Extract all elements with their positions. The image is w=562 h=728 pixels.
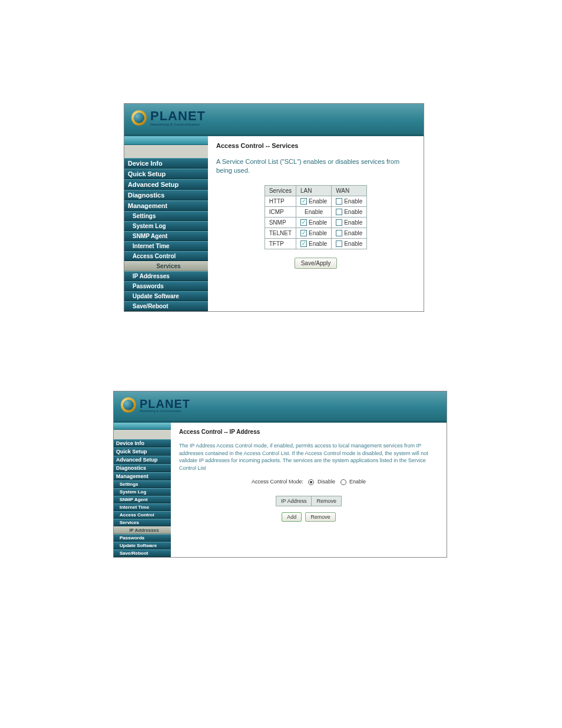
wan-checkbox[interactable] xyxy=(336,230,342,236)
wan-label: Enable xyxy=(344,241,362,247)
svc-name: ICMP xyxy=(265,206,296,217)
sidebar-item-passwords[interactable]: Passwords xyxy=(124,281,208,291)
enable-radio[interactable] xyxy=(340,479,346,485)
sidebar-item-device-info[interactable]: Device Info xyxy=(124,158,208,169)
sidebar-top-strip xyxy=(114,423,171,430)
header: PLANET Networking & Communication xyxy=(114,391,447,423)
lan-checkbox[interactable] xyxy=(300,241,307,247)
lan-label: Enable xyxy=(309,219,327,226)
sidebar-item-save-reboot[interactable]: Save/Reboot xyxy=(114,549,171,557)
sidebar-top-strip xyxy=(124,136,208,145)
sidebar-item-system-log[interactable]: System Log xyxy=(124,221,208,231)
sidebar-item-advanced-setup[interactable]: Advanced Setup xyxy=(114,456,171,464)
wan-label: Enable xyxy=(344,209,362,215)
page-description: The IP Address Access Control mode, if e… xyxy=(179,442,438,472)
sidebar-item-device-info[interactable]: Device Info xyxy=(114,439,171,447)
sidebar-item-settings[interactable]: Settings xyxy=(114,480,171,488)
sidebar-item-system-log[interactable]: System Log xyxy=(114,488,171,496)
lan-label: Enable xyxy=(309,241,327,247)
lan-checkbox[interactable] xyxy=(300,198,307,205)
table-row: SNMPEnableEnable xyxy=(265,217,367,228)
header: PLANET Networking & Communication xyxy=(124,104,424,136)
screenshot-services: PLANET Networking & Communication Device… xyxy=(124,103,424,312)
logo-orb-icon xyxy=(121,397,136,413)
sidebar-item-save-reboot[interactable]: Save/Reboot xyxy=(124,301,208,311)
lan-checkbox[interactable] xyxy=(300,230,307,236)
ip-table: IP AddressRemove xyxy=(276,496,342,506)
page-description: A Service Control List ("SCL") enables o… xyxy=(216,157,415,176)
lan-label: Enable xyxy=(309,198,327,205)
save-apply-button[interactable]: Save/Apply xyxy=(295,258,338,269)
sidebar: Device InfoQuick SetupAdvanced SetupDiag… xyxy=(124,136,208,311)
sidebar-item-services[interactable]: Services xyxy=(124,261,208,271)
lan-label: Enable xyxy=(296,206,332,217)
sidebar-item-management[interactable]: Management xyxy=(124,200,208,211)
mode-row: Access Control Mode: Disable Enable xyxy=(179,479,438,485)
table-row: HTTPEnableEnable xyxy=(265,196,367,206)
svc-name: TELNET xyxy=(265,228,296,238)
brand-name: PLANET xyxy=(150,110,206,123)
sidebar: Device InfoQuick SetupAdvanced SetupDiag… xyxy=(114,423,171,557)
sidebar-item-snmp-agent[interactable]: SNMP Agent xyxy=(114,496,171,503)
sidebar-item-settings[interactable]: Settings xyxy=(124,211,208,221)
sidebar-item-ip-addresses[interactable]: IP Addresses xyxy=(114,526,171,534)
sidebar-item-management[interactable]: Management xyxy=(114,472,171,480)
col-ip-address: IP Address xyxy=(276,496,312,506)
disable-label: Disable xyxy=(318,479,335,485)
wan-checkbox[interactable] xyxy=(336,198,342,205)
sidebar-item-diagnostics[interactable]: Diagnostics xyxy=(124,190,208,200)
sidebar-item-passwords[interactable]: Passwords xyxy=(114,534,171,542)
wan-checkbox[interactable] xyxy=(336,241,342,247)
sidebar-item-quick-setup[interactable]: Quick Setup xyxy=(114,447,171,456)
sidebar-item-snmp-agent[interactable]: SNMP Agent xyxy=(124,231,208,241)
sidebar-item-update-software[interactable]: Update Software xyxy=(124,291,208,301)
svc-name: HTTP xyxy=(265,196,296,206)
col-remove: Remove xyxy=(312,496,342,506)
wan-checkbox[interactable] xyxy=(336,209,342,215)
services-table: ServicesLANWAN HTTPEnableEnableICMPEnabl… xyxy=(265,185,368,249)
wan-checkbox[interactable] xyxy=(336,219,342,226)
lan-label: Enable xyxy=(309,230,327,236)
table-row: TFTPEnableEnable xyxy=(265,238,367,249)
lan-checkbox[interactable] xyxy=(300,219,307,226)
sidebar-spacer xyxy=(124,145,208,158)
sidebar-item-internet-time[interactable]: Internet Time xyxy=(114,503,171,511)
sidebar-item-diagnostics[interactable]: Diagnostics xyxy=(114,464,171,472)
sidebar-item-update-software[interactable]: Update Software xyxy=(114,542,171,549)
table-row: ICMPEnableEnable xyxy=(265,206,367,217)
remove-button[interactable]: Remove xyxy=(305,512,336,522)
wan-label: Enable xyxy=(344,230,362,236)
content-pane: Access Control -- IP Address The IP Addr… xyxy=(171,423,447,557)
svc-name: TFTP xyxy=(265,238,296,249)
screenshot-ip-address: PLANET Networking & Communication Device… xyxy=(113,391,447,558)
wan-label: Enable xyxy=(344,219,362,226)
table-row: TELNETEnableEnable xyxy=(265,228,367,238)
sidebar-item-ip-addresses[interactable]: IP Addresses xyxy=(124,271,208,281)
mode-label: Access Control Mode: xyxy=(252,479,303,485)
sidebar-item-access-control[interactable]: Access Control xyxy=(124,251,208,261)
sidebar-spacer xyxy=(114,430,171,439)
logo-orb-icon xyxy=(131,110,147,126)
logo: PLANET Networking & Communication xyxy=(131,110,206,126)
sidebar-item-quick-setup[interactable]: Quick Setup xyxy=(124,169,208,179)
col-lan: LAN xyxy=(296,185,332,196)
col-wan: WAN xyxy=(332,185,367,196)
sidebar-item-advanced-setup[interactable]: Advanced Setup xyxy=(124,179,208,190)
page-title: Access Control -- IP Address xyxy=(179,429,438,435)
disable-radio[interactable] xyxy=(308,479,314,485)
sidebar-item-internet-time[interactable]: Internet Time xyxy=(124,241,208,251)
svc-name: SNMP xyxy=(265,217,296,228)
page-title: Access Control -- Services xyxy=(216,142,415,149)
sidebar-item-services[interactable]: Services xyxy=(114,519,171,526)
wan-label: Enable xyxy=(344,198,362,205)
enable-label: Enable xyxy=(349,479,366,485)
brand-tagline: Networking & Communication xyxy=(150,123,206,126)
content-pane: Access Control -- Services A Service Con… xyxy=(208,136,424,311)
add-button[interactable]: Add xyxy=(282,512,302,522)
logo: PLANET Networking & Communication xyxy=(121,397,190,413)
sidebar-item-access-control[interactable]: Access Control xyxy=(114,511,171,519)
brand-name: PLANET xyxy=(140,398,190,410)
col-services: Services xyxy=(265,185,296,196)
